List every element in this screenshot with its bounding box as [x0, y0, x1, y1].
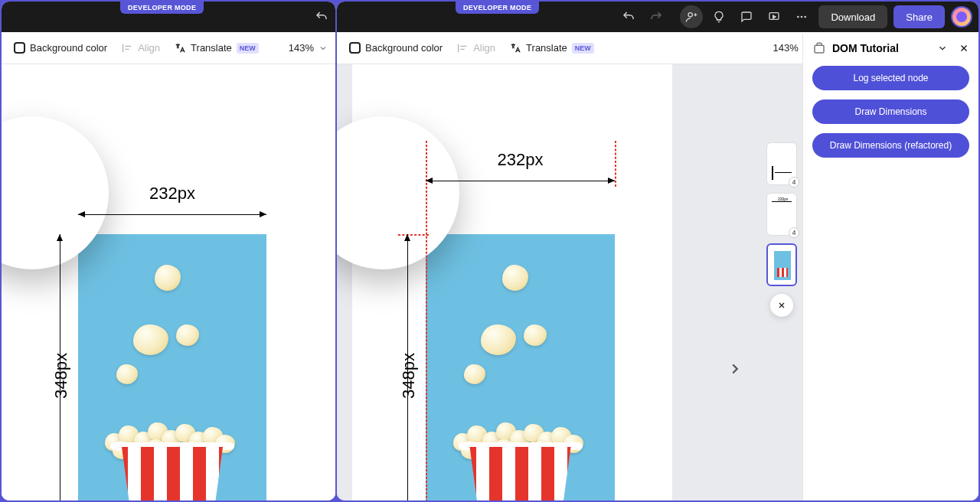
thumbnail-2[interactable]: 232px 4	[766, 193, 797, 236]
redo-icon[interactable]	[645, 5, 668, 28]
align-icon	[456, 42, 469, 54]
background-color-button[interactable]: Background color	[9, 39, 112, 57]
share-button[interactable]: Share	[893, 5, 945, 28]
dim-width-value: 232px	[149, 184, 195, 204]
svg-rect-10	[815, 45, 824, 53]
zoom-control[interactable]: 143%	[289, 42, 328, 54]
align-button[interactable]: Align	[116, 39, 165, 57]
chevron-down-icon[interactable]	[937, 43, 948, 54]
pane-left: DEVELOPER MODE Background color Align Tr…	[2, 2, 335, 500]
guide-v-left	[426, 141, 427, 500]
developer-mode-badge: DEVELOPER MODE	[120, 2, 204, 14]
log-node-button[interactable]: Log selected node	[812, 66, 969, 90]
thumb-count: 4	[789, 177, 799, 187]
align-icon	[121, 42, 133, 54]
dim-height-value: 348px	[51, 353, 71, 399]
extension-icon	[812, 41, 826, 55]
new-badge: NEW	[237, 43, 259, 54]
next-page-icon[interactable]	[721, 355, 749, 383]
developer-mode-badge: DEVELOPER MODE	[456, 2, 539, 14]
translate-icon	[509, 42, 521, 54]
svg-point-2	[797, 16, 799, 18]
page: 232px 348px	[2, 64, 335, 500]
translate-label: Translate	[191, 42, 232, 54]
svg-point-3	[801, 16, 803, 18]
more-icon[interactable]	[790, 5, 813, 28]
square-icon	[14, 42, 25, 54]
thumb-count: 4	[789, 227, 799, 238]
svg-point-4	[805, 16, 807, 18]
align-label: Align	[138, 42, 160, 54]
topbar-right: DEVELOPER MODE Download Share	[337, 2, 978, 32]
close-thumbs-icon[interactable]	[770, 294, 793, 317]
photo-popcorn[interactable]	[78, 234, 266, 500]
page: 232px 348px	[352, 64, 672, 500]
undo-icon[interactable]	[617, 5, 640, 28]
translate-button[interactable]: Translate NEW	[169, 39, 263, 57]
background-color-button[interactable]: Background color	[345, 39, 447, 57]
undo-icon[interactable]	[310, 5, 333, 28]
pane-right: DEVELOPER MODE Download Share Background…	[337, 2, 978, 500]
svg-point-0	[688, 13, 692, 17]
draw-dimensions-refactored-button[interactable]: Draw Dimensions (refactored)	[812, 133, 969, 158]
align-button[interactable]: Align	[452, 39, 500, 57]
photo-popcorn[interactable]	[426, 234, 615, 500]
guide-v-right	[615, 141, 616, 187]
avatar[interactable]	[951, 6, 972, 28]
user-add-icon[interactable]	[680, 5, 703, 28]
draw-dimensions-button[interactable]: Draw Dimensions	[812, 99, 969, 124]
present-icon[interactable]	[763, 5, 786, 28]
thumbnail-3[interactable]	[766, 243, 797, 286]
panel-title: DOM Tutorial	[832, 42, 899, 54]
new-badge: NEW	[572, 43, 594, 54]
lightbulb-icon[interactable]	[707, 5, 730, 28]
download-button[interactable]: Download	[818, 5, 887, 28]
background-color-label: Background color	[30, 42, 107, 54]
translate-button[interactable]: Translate NEW	[505, 39, 599, 57]
thumbnail-strip: 4 232px 4	[763, 127, 801, 500]
canvas-left[interactable]: 232px 348px	[2, 64, 335, 500]
guide-h-top	[398, 234, 429, 236]
comment-icon[interactable]	[735, 5, 758, 28]
toolrow-left: Background color Align Translate NEW 143…	[2, 32, 335, 64]
zoom-value: 143%	[289, 42, 314, 54]
close-icon[interactable]	[959, 43, 969, 54]
square-icon	[349, 42, 361, 54]
thumbnail-1[interactable]: 4	[766, 142, 797, 185]
topbar-left: DEVELOPER MODE	[2, 2, 335, 32]
dom-tutorial-panel: DOM Tutorial Log selected node Draw Dime…	[802, 34, 978, 500]
translate-icon	[174, 42, 186, 54]
chevron-down-icon	[318, 44, 328, 53]
